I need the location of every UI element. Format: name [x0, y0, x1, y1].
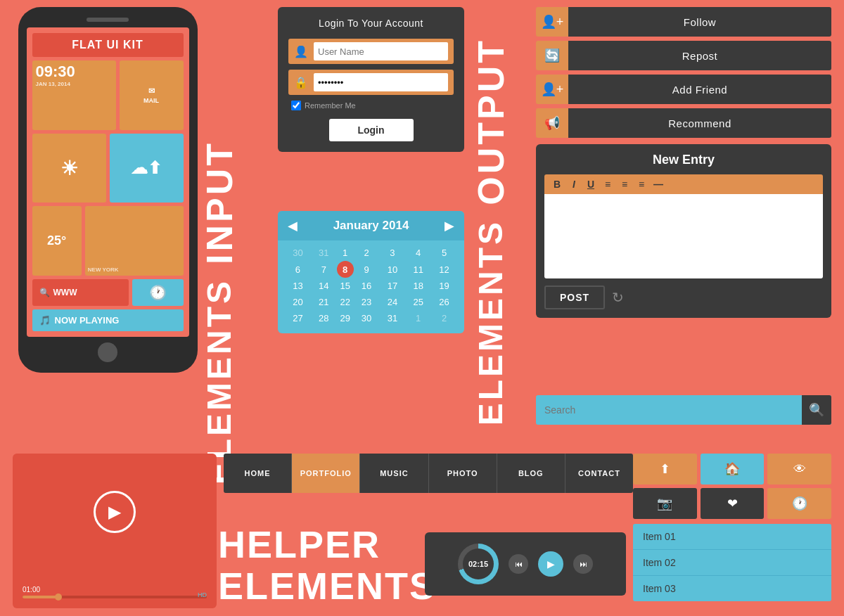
eye-icon-button[interactable]: 👁 — [767, 454, 831, 485]
phone-search-tile[interactable]: 🔍 WWW — [32, 279, 129, 306]
cal-day[interactable]: 9 — [354, 261, 380, 278]
cal-day-today[interactable]: 8 — [337, 261, 354, 278]
clock-icon-button[interactable]: 🕐 — [767, 488, 831, 519]
list-item[interactable]: Item 01 — [633, 524, 831, 550]
cal-day[interactable]: 19 — [431, 278, 457, 294]
list-item[interactable]: Item 03 — [633, 576, 831, 601]
follow-button[interactable]: 👤+ Follow — [536, 7, 831, 37]
search-input[interactable] — [536, 404, 802, 416]
video-player[interactable]: ▶ 01:00 HD — [13, 454, 217, 608]
cal-day[interactable]: 14 — [311, 278, 337, 294]
align-right-button[interactable]: ≡ — [636, 179, 647, 190]
phone-home-button[interactable] — [98, 342, 117, 362]
cal-day[interactable]: 22 — [337, 294, 354, 310]
video-resolution: HD — [198, 591, 207, 598]
cal-day[interactable]: 11 — [405, 261, 431, 278]
username-field-container: 👤 — [288, 39, 454, 64]
cal-day[interactable]: 24 — [379, 294, 405, 310]
media-prev-button[interactable]: ⏮ — [509, 554, 528, 574]
post-button[interactable]: POST — [544, 285, 605, 309]
cal-day[interactable]: 12 — [431, 261, 457, 278]
nav-item-music[interactable]: MUSIC — [360, 454, 428, 493]
cal-day[interactable]: 17 — [379, 278, 405, 294]
calendar-prev-button[interactable]: ◀ — [288, 218, 298, 233]
camera-icon-button[interactable]: 📷 — [633, 488, 697, 519]
cal-day[interactable]: 15 — [337, 278, 354, 294]
phone-cloud-tile: ☁⬆ — [110, 134, 184, 203]
cal-day[interactable]: 20 — [285, 294, 311, 310]
cal-day[interactable]: 2 — [431, 310, 457, 326]
align-center-button[interactable]: ≡ — [619, 179, 630, 190]
home-icon-button[interactable]: 🏠 — [701, 454, 765, 485]
sun-icon: ☀ — [60, 157, 78, 180]
repost-label: Repost — [568, 41, 831, 70]
calendar-header: ◀ January 2014 ▶ — [278, 211, 464, 240]
remember-checkbox[interactable] — [291, 101, 301, 110]
editor-textarea[interactable] — [544, 194, 823, 278]
cal-day[interactable]: 16 — [354, 278, 380, 294]
phone-location-tile: NEW YORK — [85, 206, 184, 276]
nav-music-label: MUSIC — [380, 469, 408, 477]
nav-item-blog[interactable]: BLOG — [497, 454, 565, 493]
cal-day[interactable]: 7 — [311, 261, 337, 278]
add-friend-icon: 👤+ — [536, 75, 568, 104]
phone-search-row: 🔍 WWW 🕐 — [32, 279, 184, 306]
cal-day[interactable]: 2 — [354, 245, 380, 261]
cal-day[interactable]: 10 — [379, 261, 405, 278]
cal-day[interactable]: 18 — [405, 278, 431, 294]
cal-day[interactable]: 21 — [311, 294, 337, 310]
cal-day[interactable]: 30 — [285, 245, 311, 261]
cal-day[interactable]: 28 — [311, 310, 337, 326]
follow-icon: 👤+ — [536, 7, 568, 37]
login-button[interactable]: Login — [329, 119, 414, 141]
cal-day[interactable]: 5 — [431, 245, 457, 261]
media-next-button[interactable]: ⏭ — [573, 554, 593, 574]
recommend-button[interactable]: 📢 Recommend — [536, 108, 831, 138]
progress-bar[interactable] — [23, 596, 207, 598]
cal-day[interactable]: 31 — [379, 310, 405, 326]
cal-day[interactable]: 31 — [311, 245, 337, 261]
cal-day[interactable]: 13 — [285, 278, 311, 294]
nav-item-portfolio[interactable]: PORTFOLIO — [292, 454, 360, 493]
phone-time: 09:30 — [36, 64, 75, 79]
phone-now-playing-tile[interactable]: 🎵 NOW PLAYING — [32, 309, 184, 331]
nav-item-photo[interactable]: PHOTO — [429, 454, 497, 493]
list-item[interactable]: Item 02 — [633, 550, 831, 576]
phone-sun-tile: ☀ — [32, 134, 106, 203]
new-entry-title: New Entry — [544, 153, 823, 167]
cal-day[interactable]: 3 — [379, 245, 405, 261]
cal-day[interactable]: 23 — [354, 294, 380, 310]
cal-day[interactable]: 1 — [337, 245, 354, 261]
calendar: ◀ January 2014 ▶ 30 31 1 2 3 4 5 6 7 8 9… — [278, 211, 464, 333]
cal-day[interactable]: 26 — [431, 294, 457, 310]
play-button[interactable]: ▶ — [94, 491, 136, 533]
repost-button[interactable]: 🔄 Repost — [536, 41, 831, 70]
cal-day[interactable]: 1 — [405, 310, 431, 326]
cal-day[interactable]: 27 — [285, 310, 311, 326]
follow-label: Follow — [568, 7, 831, 37]
phone-screen: FLAT UI KIT 09:30 JAN 13, 2014 ✉ MAIL ☀ … — [27, 27, 189, 337]
bold-button[interactable]: B — [551, 179, 563, 190]
nav-item-home[interactable]: HOME — [224, 454, 292, 493]
cal-day[interactable]: 29 — [337, 310, 354, 326]
media-play-button[interactable]: ▶ — [538, 551, 563, 577]
upload-icon-button[interactable]: ⬆ — [633, 454, 697, 485]
icon-buttons-grid: ⬆ 🏠 👁 📷 ❤ 🕐 — [633, 454, 831, 522]
separator-button[interactable]: — — [653, 179, 664, 190]
align-left-button[interactable]: ≡ — [602, 179, 613, 190]
lock-icon: 🔒 — [294, 76, 308, 89]
password-input[interactable] — [314, 73, 448, 91]
cal-day[interactable]: 30 — [354, 310, 380, 326]
username-input[interactable] — [314, 42, 448, 60]
calendar-next-button[interactable]: ▶ — [445, 218, 454, 233]
heart-icon-button[interactable]: ❤ — [701, 488, 765, 519]
refresh-icon[interactable]: ↻ — [612, 289, 624, 306]
add-friend-button[interactable]: 👤+ Add Friend — [536, 75, 831, 104]
cal-day[interactable]: 4 — [405, 245, 431, 261]
cal-day[interactable]: 6 — [285, 261, 311, 278]
italic-button[interactable]: I — [568, 179, 580, 190]
nav-item-contact[interactable]: CONTACT — [565, 454, 633, 493]
search-button[interactable]: 🔍 — [802, 395, 831, 425]
cal-day[interactable]: 25 — [405, 294, 431, 310]
underline-button[interactable]: U — [585, 179, 596, 190]
